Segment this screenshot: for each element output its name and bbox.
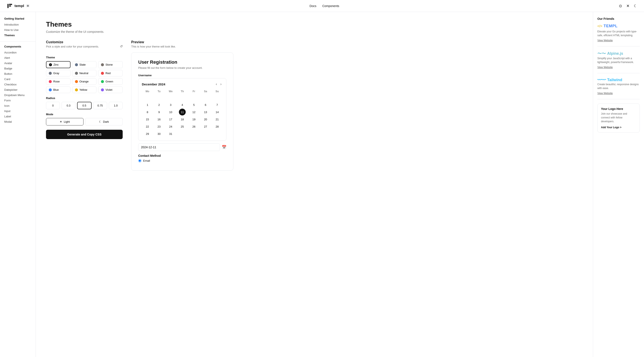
templ-link[interactable]: View Website xyxy=(597,39,613,42)
generate-button[interactable]: Generate and Copy CSS xyxy=(46,130,123,139)
sidebar-item-introduction[interactable]: Introduction xyxy=(0,22,36,27)
nav-docs[interactable]: Docs xyxy=(310,4,316,8)
radius-03[interactable]: 0.3 xyxy=(62,102,76,109)
theme-neutral[interactable]: Neutral xyxy=(72,70,97,76)
nav-components[interactable]: Components xyxy=(322,4,339,8)
mode-light-button[interactable]: ☀ Light xyxy=(46,118,84,126)
radius-0[interactable]: 0 xyxy=(46,102,60,109)
right-sidebar: Our Friends </> TEMPL Elevate your Go pr… xyxy=(593,12,644,357)
theme-stone[interactable]: Stone xyxy=(98,61,123,68)
sidebar-item-datepicker[interactable]: Datepicker xyxy=(0,87,36,92)
page-title: Themes xyxy=(46,20,583,28)
cal-day-17[interactable]: 17 xyxy=(167,116,174,123)
radio-email[interactable] xyxy=(138,159,142,162)
alpine-link[interactable]: View Website xyxy=(597,66,613,69)
calendar-icon[interactable]: 📅 xyxy=(222,145,226,150)
cal-day-30[interactable]: 30 xyxy=(156,130,162,137)
date-input[interactable] xyxy=(138,143,220,151)
moon-icon[interactable]: ☾ xyxy=(634,4,637,8)
cal-day-14[interactable]: 14 xyxy=(214,109,221,116)
sidebar-item-dropdown[interactable]: Dropdown Menu xyxy=(0,92,36,98)
cal-day-24[interactable]: 24 xyxy=(167,123,174,130)
preview-subtitle: This is how your theme will look like. xyxy=(131,45,583,48)
theme-rose[interactable]: Rose xyxy=(46,78,70,85)
sidebar-item-button[interactable]: Button xyxy=(0,71,36,76)
logo-text: templ xyxy=(14,4,24,8)
cal-day-16[interactable]: 16 xyxy=(156,116,162,123)
radio-email-row: Email xyxy=(138,159,226,162)
cal-day-22[interactable]: 22 xyxy=(144,123,151,130)
theme-zinc[interactable]: Zinc xyxy=(46,61,70,68)
theme-orange[interactable]: Orange xyxy=(72,78,97,85)
tailwind-link[interactable]: View Website xyxy=(597,92,613,95)
theme-blue[interactable]: Blue xyxy=(46,86,70,93)
theme-gray[interactable]: Gray xyxy=(46,70,70,76)
sidebar-item-accordion[interactable]: Accordion xyxy=(0,50,36,55)
cal-day-29[interactable]: 29 xyxy=(144,130,151,137)
cal-day-27[interactable]: 27 xyxy=(202,123,209,130)
cal-day-26[interactable]: 26 xyxy=(190,123,198,130)
sidebar-item-avatar[interactable]: Avatar xyxy=(0,60,36,66)
sidebar-item-how-to-use[interactable]: How to Use xyxy=(0,27,36,32)
sidebar-item-icon[interactable]: Icon xyxy=(0,103,36,108)
sidebar-item-badge[interactable]: Badge xyxy=(0,66,36,71)
sidebar-item-checkbox[interactable]: Checkbox xyxy=(0,82,36,87)
cal-day-31[interactable]: 31 xyxy=(167,130,174,137)
x-icon[interactable]: ✕ xyxy=(626,4,630,8)
add-logo-link[interactable]: Add Your Logo > xyxy=(601,126,622,129)
sidebar-item-modal[interactable]: Modal xyxy=(0,119,36,124)
theme-slate-label: Slate xyxy=(80,63,86,66)
reset-button[interactable]: ↺ xyxy=(120,44,123,48)
theme-grid: Zinc Slate Stone Gray xyxy=(46,61,123,93)
cal-day-1[interactable]: 1 xyxy=(144,102,151,108)
sidebar-item-label[interactable]: Label xyxy=(0,114,36,119)
cal-day-11[interactable]: 11 xyxy=(179,109,186,116)
calendar-grid: Mo Tu We Th Fr Sa Su xyxy=(142,89,223,137)
sidebar-item-card[interactable]: Card xyxy=(0,76,36,82)
theme-red[interactable]: Red xyxy=(98,70,123,76)
sidebar-item-themes[interactable]: Themes xyxy=(0,32,36,38)
sidebar-item-input[interactable]: Input xyxy=(0,108,36,114)
cal-day-9[interactable]: 9 xyxy=(156,109,162,116)
cal-header-sa: Sa xyxy=(200,89,211,94)
cal-day-6[interactable]: 6 xyxy=(202,102,209,108)
cal-day-25[interactable]: 25 xyxy=(179,123,186,130)
card-subtitle: Please fill out the form below to create… xyxy=(138,66,226,70)
cal-day-4[interactable]: 4 xyxy=(179,102,186,108)
radius-05[interactable]: 0.5 xyxy=(77,102,91,109)
theme-violet[interactable]: Violet xyxy=(98,86,123,93)
templ-brackets-icon: </> xyxy=(597,24,602,28)
cal-day-5[interactable]: 5 xyxy=(190,102,198,108)
cal-day-23[interactable]: 23 xyxy=(156,123,162,130)
cal-day-3[interactable]: 3 xyxy=(167,102,174,108)
mode-dark-button[interactable]: ☾ Dark xyxy=(85,118,123,126)
github-icon[interactable]: ⊙ xyxy=(619,4,622,8)
cal-day-28[interactable]: 28 xyxy=(214,123,221,130)
templ-logo: </> TEMPL xyxy=(597,24,640,28)
sidebar-item-form[interactable]: Form xyxy=(0,98,36,103)
cal-day-21[interactable]: 21 xyxy=(214,116,221,123)
stone-dot xyxy=(101,63,104,66)
theme-slate[interactable]: Slate xyxy=(72,61,97,68)
logo[interactable]: templ ⊞ xyxy=(7,3,30,9)
cal-day-10[interactable]: 10 xyxy=(167,109,174,116)
neutral-dot xyxy=(75,72,78,75)
cal-day-7[interactable]: 7 xyxy=(214,102,221,108)
cal-day-19[interactable]: 19 xyxy=(190,116,198,123)
cal-day-12[interactable]: 12 xyxy=(190,109,198,116)
theme-green[interactable]: Green xyxy=(98,78,123,85)
alpine-desc: Simplify your JavaScript with a lightwei… xyxy=(597,56,640,64)
cal-day-8[interactable]: 8 xyxy=(144,109,151,116)
calendar-next-button[interactable]: › xyxy=(219,82,223,86)
cal-day-13[interactable]: 13 xyxy=(202,109,209,116)
cal-day-18[interactable]: 18 xyxy=(179,116,186,123)
zinc-check-icon xyxy=(49,63,52,66)
radius-1[interactable]: 1.0 xyxy=(109,102,123,109)
cal-day-15[interactable]: 15 xyxy=(144,116,151,123)
radius-075[interactable]: 0.75 xyxy=(93,102,107,109)
theme-yellow[interactable]: Yellow xyxy=(72,86,97,93)
sidebar-item-alert[interactable]: Alert xyxy=(0,55,36,60)
calendar-prev-button[interactable]: ‹ xyxy=(214,82,218,86)
cal-day-20[interactable]: 20 xyxy=(202,116,209,123)
cal-day-2[interactable]: 2 xyxy=(156,102,162,108)
